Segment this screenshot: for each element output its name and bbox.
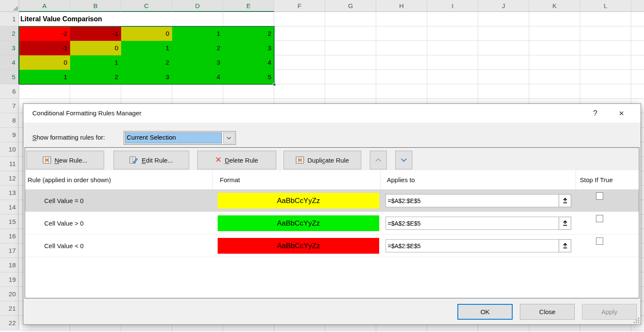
row-header-18[interactable]: 18 [0, 258, 19, 272]
format-preview-yellow: AaBbCcYyZz [218, 193, 379, 209]
cell-A1-title[interactable]: Literal Value Comparison [19, 12, 172, 26]
edit-rule-label: Edit Rule... [142, 157, 173, 164]
stop-if-true-checkbox[interactable] [596, 192, 603, 200]
selection-border [19, 26, 275, 85]
row-header-22[interactable]: 22 [0, 316, 19, 330]
conditional-formatting-rules-manager-dialog: Conditional Formatting Rules Manager ? ×… [23, 103, 641, 325]
rule-name: Cell Value = 0 [44, 189, 84, 212]
rules-toolbar: New Rule... Edit Rule... × Delete Rule D… [25, 148, 639, 170]
column-header-J[interactable]: J [478, 0, 529, 12]
delete-x-icon: × [216, 155, 221, 165]
gridline-horizontal [19, 330, 644, 330]
row-header-12[interactable]: 12 [0, 171, 19, 186]
header-stop-if-true: Stop If True [580, 170, 613, 189]
applies-to-field [386, 239, 571, 252]
rule-row-less-0[interactable]: Cell Value < 0 AaBbCcYyZz [25, 235, 639, 257]
row-header-9[interactable]: 9 [0, 128, 19, 142]
row-header-20[interactable]: 20 [0, 287, 19, 301]
dialog-titlebar[interactable]: Conditional Formatting Rules Manager ? × [23, 104, 641, 123]
row-header-4[interactable]: 4 [0, 55, 19, 70]
apply-button[interactable]: Apply [582, 304, 637, 320]
new-rule-table-icon [43, 157, 51, 163]
scope-dropdown-value: Current Selection [125, 132, 222, 143]
fill-handle[interactable] [273, 83, 276, 86]
gridline-horizontal [19, 98, 644, 99]
column-header-H[interactable]: H [376, 0, 427, 12]
chevron-down-icon[interactable] [223, 132, 235, 143]
scope-dropdown[interactable]: Current Selection [124, 131, 236, 145]
row-header-2[interactable]: 2 [0, 26, 19, 41]
column-header-partial[interactable] [631, 0, 644, 12]
format-preview-red: AaBbCcYyZz [218, 238, 379, 254]
header-separator [380, 170, 381, 189]
resize-grip[interactable] [634, 318, 639, 323]
close-icon[interactable]: × [614, 106, 629, 120]
column-header-B[interactable]: B [70, 0, 121, 12]
applies-to-input[interactable] [386, 194, 559, 207]
range-picker-icon[interactable] [559, 217, 571, 230]
row-header-3[interactable]: 3 [0, 41, 19, 55]
row-header-13[interactable]: 13 [0, 186, 19, 200]
rule-row-greater-0[interactable]: Cell Value > 0 AaBbCcYyZz [25, 212, 639, 235]
close-button[interactable]: Close [520, 304, 575, 320]
header-applies-to: Applies to [387, 170, 415, 189]
column-header-E[interactable]: E [223, 0, 274, 12]
applies-to-input[interactable] [386, 239, 559, 252]
row-header-17[interactable]: 17 [0, 243, 19, 258]
row-header-16[interactable]: 16 [0, 229, 19, 243]
row-header-14[interactable]: 14 [0, 200, 19, 215]
new-rule-label: New Rule... [54, 157, 88, 164]
stop-if-true-checkbox[interactable] [596, 238, 603, 245]
format-preview-green: AaBbCcYyZz [218, 215, 379, 231]
edit-rule-button[interactable]: Edit Rule... [113, 151, 189, 169]
excel-window: ABCDEFGHIJKL1234567891011121314151617181… [0, 0, 644, 332]
select-all-corner[interactable] [0, 0, 19, 12]
move-rule-down-button[interactable] [395, 151, 412, 169]
row-header-15[interactable]: 15 [0, 215, 19, 229]
ok-button[interactable]: OK [457, 304, 513, 320]
row-header-5[interactable]: 5 [0, 70, 19, 84]
column-header-A[interactable]: A [19, 0, 70, 12]
column-header-K[interactable]: K [529, 0, 580, 12]
rules-list-container: New Rule... Edit Rule... × Delete Rule D… [25, 147, 639, 298]
applies-to-input[interactable] [386, 217, 559, 230]
help-icon[interactable]: ? [588, 106, 602, 120]
row-header-7[interactable]: 7 [0, 99, 19, 113]
edit-pencil-icon [130, 157, 138, 164]
new-rule-button[interactable]: New Rule... [26, 151, 104, 169]
row-header-21[interactable]: 21 [0, 301, 19, 316]
header-rule: Rule (applied in order shown) [28, 170, 111, 189]
row-header-10[interactable]: 10 [0, 142, 19, 157]
dialog-title: Conditional Formatting Rules Manager [32, 104, 142, 123]
rule-name: Cell Value < 0 [44, 235, 84, 257]
move-rule-up-button[interactable] [370, 151, 387, 169]
duplicate-rule-button[interactable]: Duplicate Rule [284, 151, 361, 169]
column-header-L[interactable]: L [580, 0, 631, 12]
delete-rule-button[interactable]: × Delete Rule [197, 151, 276, 169]
column-header-I[interactable]: I [427, 0, 478, 12]
range-picker-icon[interactable] [559, 194, 571, 207]
header-separator [576, 170, 576, 189]
rules-list-header: Rule (applied in order shown) Format App… [25, 170, 639, 189]
row-header-11[interactable]: 11 [0, 157, 19, 171]
applies-to-field [386, 217, 571, 230]
chevron-up-icon [375, 158, 381, 162]
range-picker-icon[interactable] [559, 239, 571, 252]
column-header-C[interactable]: C [121, 0, 172, 12]
column-header-D[interactable]: D [172, 0, 223, 12]
corner-triangle-icon [13, 6, 18, 11]
rule-row-equal-0[interactable]: Cell Value = 0 AaBbCcYyZz [25, 189, 639, 212]
delete-rule-label: Delete Rule [225, 157, 258, 164]
row-header-1[interactable]: 1 [0, 12, 19, 26]
row-header-8[interactable]: 8 [0, 113, 19, 128]
header-format: Format [220, 170, 240, 189]
stop-if-true-checkbox[interactable] [596, 215, 603, 222]
show-formatting-rules-label: Show formatting rules for: [32, 134, 105, 141]
row-header-19[interactable]: 19 [0, 272, 19, 287]
applies-to-field [386, 194, 571, 207]
chevron-down-icon [401, 158, 407, 162]
row-header-6[interactable]: 6 [0, 84, 19, 99]
column-header-F[interactable]: F [274, 0, 325, 12]
duplicate-rule-label: Duplicate Rule [307, 157, 349, 164]
column-header-G[interactable]: G [325, 0, 376, 12]
